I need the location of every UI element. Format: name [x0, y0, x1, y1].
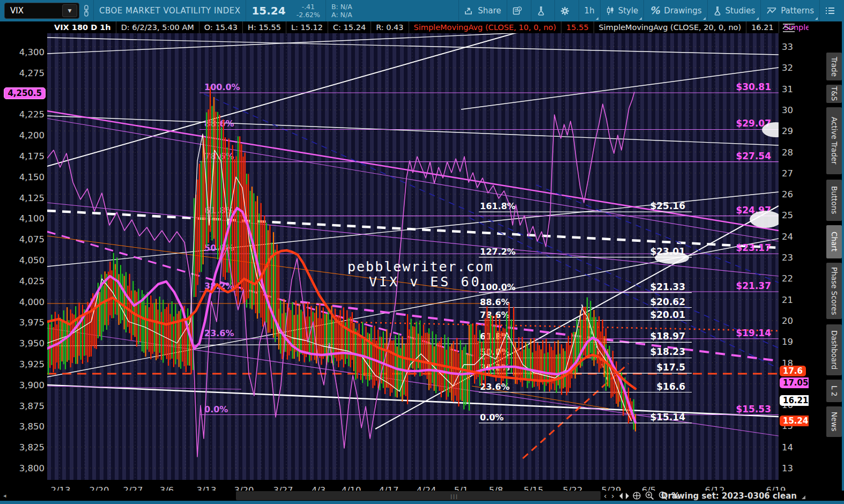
chart-plot-area[interactable]: 100.0%$30.8188.6%$29.0778.6%$27.5461.8%$…: [47, 33, 779, 480]
trendline[interactable]: [375, 206, 779, 429]
sidebar-tab-chart[interactable]: Chart: [826, 225, 842, 258]
time-axis[interactable]: 2/132/202/273/63/133/203/274/34/104/174/…: [0, 480, 809, 491]
share-button[interactable]: Share: [459, 0, 506, 21]
beaker-button[interactable]: [531, 0, 554, 21]
right-axis-tick: 27: [782, 168, 793, 178]
fib-vix-price-label: $18.97: [650, 331, 685, 342]
sidebar-tab-t-s[interactable]: T&S: [826, 85, 842, 103]
pan-left-icon[interactable]: ◂: [3, 492, 6, 499]
studies-button[interactable]: Studies: [708, 0, 761, 21]
change-value: -.41: [302, 3, 315, 11]
expand-horizontal-icon[interactable]: [619, 491, 629, 501]
scroll-left-icon[interactable]: ‹: [604, 491, 607, 501]
right-axis-tick: 19: [782, 337, 793, 347]
drawings-button[interactable]: %Drawings: [644, 0, 707, 21]
sma10-label[interactable]: SimpleMovingAvg (CLOSE, 10, 0, no): [409, 21, 562, 33]
bid-value: B: N/A: [331, 3, 352, 11]
ellipse-marker[interactable]: [655, 252, 689, 264]
link-icon[interactable]: [79, 0, 93, 21]
trendline[interactable]: [47, 33, 779, 54]
menu-button[interactable]: [820, 0, 844, 21]
left-axis-tick: 3,825: [19, 442, 45, 453]
chart-title: VIX 180 D 1h: [49, 21, 116, 33]
patterns-button[interactable]: Patterns: [761, 0, 819, 21]
left-axis-tick: 3,850: [19, 421, 45, 432]
bottom-scroll-bar: ◂ ||| ‹ › % Drawing set: 2023-0306 clean: [0, 491, 844, 501]
note-icon: i: [513, 6, 522, 16]
trendline[interactable]: [47, 116, 779, 145]
left-axis-tick: 4,225: [19, 109, 45, 120]
svg-text:%: %: [650, 6, 661, 16]
zoom-in-icon[interactable]: [645, 491, 654, 501]
drawing-set-label[interactable]: Drawing set: 2023-0306 clean: [661, 491, 797, 501]
symbol-dropdown-button[interactable]: ▼: [62, 4, 77, 17]
trendline[interactable]: [47, 203, 779, 276]
trendline[interactable]: [536, 185, 779, 283]
right-price-axis[interactable]: 3332313029282726252423222120191817161514…: [779, 33, 809, 480]
patterns-icon: [766, 6, 777, 15]
fib-vix-price-label: $17.5: [656, 362, 685, 373]
sidebar-tab-dashboard[interactable]: Dashboard: [826, 324, 842, 375]
chart-scrollbar[interactable]: |||: [236, 491, 601, 500]
settings-button[interactable]: [555, 0, 579, 21]
change-percent: -2.62%: [297, 11, 320, 19]
fib-es-price-label: $27.54: [736, 151, 771, 161]
left-axis-tick: 4,000: [19, 297, 45, 307]
top-toolbar: VIX ▼ CBOE MARKET VOLATILITY INDEX 15.24…: [0, 0, 844, 21]
right-axis-tick: 30: [782, 105, 793, 115]
left-axis-tick: 4,300: [19, 47, 45, 57]
left-axis-tick: 3,950: [19, 338, 45, 349]
window-bottom-edge: [0, 501, 844, 504]
fib-vix-price-label: $21.33: [650, 281, 685, 292]
trendline[interactable]: [47, 118, 779, 241]
symbol-input[interactable]: VIX ▼: [4, 3, 79, 19]
notes-button[interactable]: i: [507, 0, 531, 21]
pan-mode-icon[interactable]: [633, 491, 641, 501]
window-right-edge: [842, 0, 844, 504]
symbol-value: VIX: [5, 6, 62, 16]
scroll-right-icon[interactable]: ›: [611, 491, 615, 501]
sidebar-tab-trade[interactable]: Trade: [826, 53, 842, 80]
style-button[interactable]: Style: [601, 0, 644, 21]
left-axis-tick: 4,125: [19, 192, 45, 203]
trendline[interactable]: [47, 211, 779, 248]
right-axis-tick: 23: [782, 253, 793, 263]
fib-es-price-label: $21.37: [736, 280, 771, 291]
trendline[interactable]: [461, 68, 779, 109]
fib-es-price-label: $19.14: [736, 328, 771, 338]
left-axis-tick: 3,900: [19, 380, 45, 390]
sma20-value: 16.21: [746, 21, 779, 33]
fib-vix-price-label: $16.6: [656, 381, 685, 392]
timeframe-button[interactable]: 1h: [579, 0, 600, 21]
fib-es-price-label: $15.53: [736, 404, 771, 414]
scrollbar-grip[interactable]: |||: [450, 494, 458, 499]
vix-price-bubble: 17.6: [780, 366, 806, 376]
sidebar-tab-l-2[interactable]: L 2: [826, 380, 842, 402]
left-axis-tick: 4,075: [19, 234, 45, 244]
trendline[interactable]: [47, 111, 779, 231]
resize-corner-icon[interactable]: [802, 495, 805, 499]
right-axis-tick: 33: [782, 42, 793, 52]
left-axis-tick: 4,025: [19, 276, 45, 286]
sidebar-tab-news[interactable]: News: [826, 406, 842, 437]
left-axis-tick: 4,200: [19, 130, 45, 140]
sma10-value: 15.55: [561, 21, 594, 33]
trendline[interactable]: [47, 33, 552, 166]
right-axis-tick: 20: [782, 315, 793, 325]
bar-datetime: D: 6/2/23, 5:00 AM: [116, 21, 199, 33]
chart-style-wave-icon[interactable]: [781, 23, 797, 33]
right-axis-tick: 13: [782, 463, 793, 473]
trendline[interactable]: [47, 38, 779, 55]
fib-vix-pct-label: 88.6%: [480, 297, 510, 307]
fib-es-price-label: $23.17: [736, 242, 771, 253]
vix-price-bubble: 15.24: [780, 416, 811, 426]
svg-text:i: i: [519, 8, 520, 11]
left-axis-tick: 4,175: [19, 151, 45, 161]
sidebar-tab-phase-scores[interactable]: Phase Scores: [826, 263, 842, 319]
left-price-axis[interactable]: 4,3004,2754,2504,2254,2004,1754,1504,125…: [0, 33, 47, 480]
sidebar-tab-buttons[interactable]: Buttons: [826, 180, 842, 221]
sma20-label[interactable]: SimpleMovingAvg (CLOSE, 20, 0, no): [594, 21, 747, 33]
fib-vix-pct-label: 127.2%: [480, 247, 516, 257]
bar-close: C: 15.24: [328, 21, 371, 33]
sidebar-tab-active-trader[interactable]: Active Trader: [826, 107, 842, 174]
